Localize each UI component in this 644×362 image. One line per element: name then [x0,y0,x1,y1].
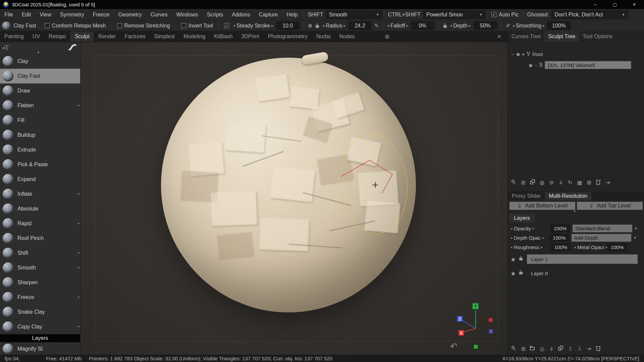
checkbox-icon[interactable] [181,23,186,28]
workspace-tab[interactable]: Simplest [150,32,179,42]
icon-import[interactable]: ⇓ [547,345,555,353]
radius-value[interactable]: 24.2 [348,21,372,30]
icon-move-down[interactable]: ⇩ [576,345,584,353]
menu-item[interactable]: Symmetry [56,12,89,18]
checkbox-icon[interactable] [117,23,122,28]
icon-add-volume[interactable]: ⊞ [519,178,527,186]
remove-stretching-checkbox-row[interactable]: Remove Stretching [114,23,173,29]
depth-spinner[interactable]: ◂ Depth ▸ [449,23,472,29]
ghosted-dropdown[interactable]: Don't Pick, Don't Act▼ [551,10,628,19]
metal-opacity-spinner[interactable]: ◂ Metal Opaci ▸ [574,244,607,250]
menu-item[interactable]: File [0,12,17,18]
eye-icon[interactable]: ◉ [529,63,532,68]
workspace-tab[interactable]: Photogrammetry [264,32,312,42]
falloff-value[interactable]: 0% [411,21,434,30]
workspace-tab[interactable]: UV [28,32,44,42]
spin-right-icon[interactable]: ▸ [271,23,273,28]
ctrl-shift-tool-dropdown[interactable]: Powerful Smoo▼ [423,10,486,19]
right-panel-tab[interactable]: Tool Options [579,31,616,42]
icon-clear[interactable]: ⊠ [585,178,593,186]
layer-row-0[interactable]: ◉ Layer 0 [511,268,552,278]
tool-list-item[interactable]: Shift [0,246,80,260]
depth-opacity-spinner[interactable]: ◂ Depth Opac ▸ [511,235,544,241]
menu-item[interactable]: Edit [17,12,36,18]
icon-sphere[interactable]: ◍ [538,178,546,186]
depth-value[interactable]: 50% [474,21,497,30]
resolution-tab[interactable]: Multi-Resolution [545,192,591,200]
icon-duplicate[interactable] [529,178,537,186]
icon-search[interactable] [510,178,518,186]
lock-icon[interactable] [443,25,447,28]
icon-export[interactable]: ⇥ [604,178,612,186]
right-panel-tab[interactable]: Curves Tree [508,31,544,42]
spin-left-icon[interactable]: ◂ [387,23,389,28]
depth-blend-dropdown[interactable]: Add Depth [572,234,631,242]
close-icon[interactable]: ✕ [497,34,501,40]
tool-list-item[interactable]: Draw [0,83,80,98]
opacity-value[interactable]: 100% [550,225,570,232]
workspace-tab[interactable]: Nodes [335,32,359,42]
icon-sphere[interactable]: ◎ [538,345,546,353]
spin-left-icon[interactable]: ◂ [511,227,512,230]
tool-list-item[interactable]: Rapid [0,216,80,231]
menu-item[interactable]: Curves [146,12,172,18]
shift-tool-dropdown[interactable]: Smooth▼ [326,10,382,19]
tool-list-item[interactable]: Clay Fast [0,69,80,83]
tool-list-item[interactable]: Pick & Paste [0,157,80,172]
opacity-spinner[interactable]: ◂ Opacity ▸ [511,226,534,231]
eye-icon[interactable]: ◉ [511,257,515,262]
checkbox-checked-icon[interactable]: ✓ [224,23,229,28]
workspace-tab[interactable]: Render [94,32,120,42]
viewport-3d[interactable]: Y Z X ↶ [80,42,507,355]
workspace-tab[interactable]: 3DPrint [237,32,263,42]
roughness-spinner[interactable]: ◂ Roughness ▸ [511,244,543,250]
tool-list-item[interactable]: Fill [0,113,80,128]
tool-list-item[interactable]: Flatten [0,98,80,113]
spin-left-icon[interactable]: ◂ [233,23,235,28]
menu-item[interactable]: Capture [255,12,282,18]
layer-row-1[interactable]: ◉ Layer 1 [511,254,638,264]
tool-list-item[interactable]: Clay [0,54,80,69]
icon-export[interactable]: ⇥ [585,345,593,353]
menu-item[interactable]: Windows [172,12,202,18]
icon-add-layer[interactable]: ⊞ [519,345,527,353]
add-bottom-level-button[interactable]: ⇩ Add Bottom Level [509,202,575,210]
axis-x-label[interactable]: X [458,330,464,336]
blend-mode-dropdown[interactable]: Standard Blend [573,225,632,232]
tool-list-item[interactable]: Expand [0,172,80,187]
smoothing-spinner[interactable]: ◂ Smoothing ▸ [511,23,546,29]
workspace-tab[interactable]: Sculpt [70,32,94,42]
icon-move-up[interactable]: ⇧ [566,345,574,353]
workspace-tab[interactable]: Retopo [44,32,70,42]
add-top-level-button[interactable]: ⇧ Add Top Level [577,202,643,210]
spin-right-icon[interactable]: ▸ [541,245,543,249]
icon-duplicate[interactable] [557,345,565,353]
icon-add-folder[interactable] [529,345,537,353]
pencil-icon[interactable]: ✎ [504,22,511,29]
spin-right-icon[interactable]: ▸ [542,236,544,240]
menu-item[interactable]: Addons [227,12,254,18]
axis-z-label[interactable]: Z [457,316,463,322]
scroll-up-icon[interactable]: ▲ [37,50,40,54]
smoothing-value[interactable]: 100% [547,21,571,30]
icon-update[interactable]: ↻ [566,178,574,186]
icon-import[interactable]: ⇓ [557,178,565,186]
workspace-tab[interactable]: KitBash [210,32,237,42]
shader-circle-icon[interactable]: ○ [534,63,537,68]
lock-icon[interactable] [519,272,523,275]
conform-retopo-checkbox-row[interactable]: Conform Retopo Mesh [42,23,109,29]
spin-left-icon[interactable]: ◂ [511,245,512,249]
tool-list-item[interactable]: Freeze [0,290,80,305]
spin-left-icon[interactable]: ◂ [511,236,512,240]
tool-list-item[interactable]: Buildup [0,128,80,142]
tool-list-item-partial[interactable]: Magnify Sl [0,342,80,356]
spin-right-icon[interactable]: ▸ [343,23,345,28]
spin-left-icon[interactable]: ◂ [450,23,452,28]
minimize-button[interactable]: ─ [586,0,605,9]
menu-item[interactable]: Scripts [202,12,227,18]
checkbox-icon[interactable] [45,23,50,28]
spin-left-icon[interactable]: ◂ [322,23,324,28]
root-label[interactable]: Root [532,51,543,57]
purple-square-toggle[interactable] [489,329,493,334]
menu-item[interactable]: Geometry [114,12,146,18]
